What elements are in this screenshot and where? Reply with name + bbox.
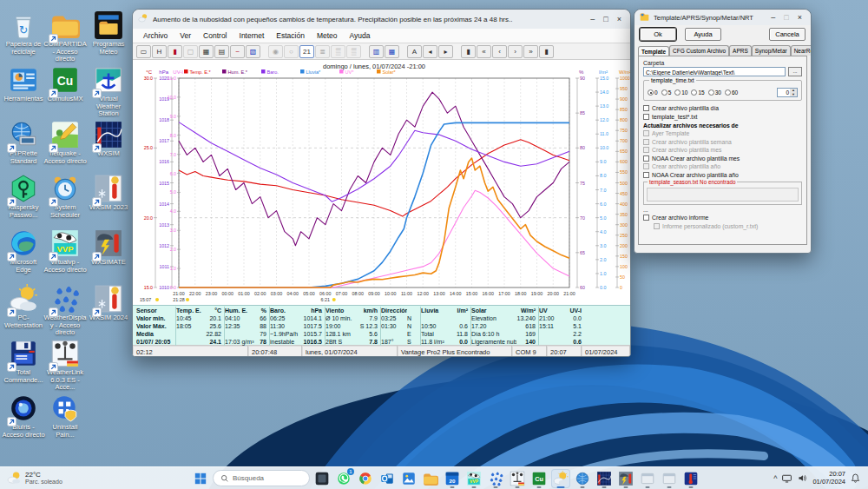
cancel-button[interactable]: Cancela bbox=[769, 28, 806, 41]
desktop-icon-virtual-weather-station[interactable]: Virtual Weather Station bbox=[87, 65, 130, 118]
close-icon[interactable]: × bbox=[798, 13, 802, 22]
taskbar-clock[interactable]: 20:07 01/07/2024 bbox=[812, 471, 845, 486]
tab-synop-metar[interactable]: Synop/Metar bbox=[752, 45, 791, 56]
desktop-icon-programas-meteo-folder[interactable]: Programas Meteo bbox=[87, 10, 130, 56]
menu-internet[interactable]: Internet bbox=[234, 30, 270, 42]
menu-estación[interactable]: Estación bbox=[271, 30, 310, 42]
print-button[interactable]: ▤ bbox=[214, 45, 229, 58]
go-end-button[interactable]: ▮ bbox=[539, 45, 554, 58]
checkbox-template-test-txt[interactable]: template_test*.txt bbox=[643, 114, 802, 120]
desktop-icon-netquake[interactable]: netquake - Acceso directo bbox=[43, 120, 87, 165]
desktop-icon-ftprette-standard[interactable]: FTPRette Standard bbox=[2, 120, 45, 165]
forward-button[interactable]: › bbox=[508, 45, 523, 58]
start-button[interactable] bbox=[191, 469, 210, 488]
taskbar-app-dark-app[interactable] bbox=[312, 469, 332, 488]
new-file-button[interactable]: ▢ bbox=[183, 45, 198, 58]
taskbar-app-ftp-globe[interactable] bbox=[573, 469, 592, 488]
calendar-chart-button[interactable]: ▦ bbox=[385, 45, 399, 58]
menu-ver[interactable]: Ver bbox=[174, 30, 196, 42]
menu-control[interactable]: Control bbox=[198, 30, 232, 42]
tab-aprs[interactable]: APRS bbox=[729, 45, 752, 56]
desktop-icon-weatherdisplay[interactable]: WeatherDisplay - Acceso directo bbox=[43, 284, 87, 337]
desktop-icon-wxsim-2023[interactable]: WXSIM 2023 bbox=[87, 174, 130, 212]
annotate-button[interactable]: A bbox=[407, 45, 422, 58]
notification-bell-icon[interactable] bbox=[850, 472, 861, 484]
taskbar-app-outlook[interactable] bbox=[378, 469, 397, 488]
month-view-button[interactable]: ▒ bbox=[346, 45, 361, 58]
search-box[interactable]: Búsqueda bbox=[213, 470, 310, 486]
range-24-48-button[interactable]: ≣ bbox=[315, 45, 330, 58]
checkbox-crear-archivo-plantilla-d-a[interactable]: Crear archivo plantilla día bbox=[643, 105, 802, 111]
desktop-icon-total-commander[interactable]: Total Commande... bbox=[2, 339, 45, 384]
forward-fast-button[interactable]: » bbox=[523, 45, 538, 58]
desktop-icon-pc-wetterstation[interactable]: PC-Wetterstation bbox=[2, 284, 45, 329]
taskbar-app-window-b[interactable] bbox=[660, 469, 679, 488]
taskbar-app-blue-thermometer[interactable] bbox=[681, 469, 700, 488]
taskbar-app-chrome[interactable] bbox=[356, 469, 375, 488]
rewind-fast-button[interactable]: « bbox=[477, 45, 491, 58]
folder-path-input[interactable]: C:\Eigene Datien\elv\Wantage\Text\ bbox=[643, 67, 786, 76]
minimize-icon[interactable]: – bbox=[771, 13, 775, 22]
desktop-icon-bluiris[interactable]: BluIris - Acceso directo bbox=[2, 393, 45, 439]
desktop-icon-cumulusmx[interactable]: CuCumulusMX bbox=[43, 65, 87, 103]
browse-button[interactable]: ... bbox=[788, 67, 802, 76]
home-button[interactable]: H bbox=[152, 45, 167, 58]
radio-time-30[interactable]: 30 bbox=[708, 89, 721, 96]
desktop-icon-weatherlink[interactable]: WeatherLink 6.0.3 ES - Acce... bbox=[43, 339, 87, 392]
checkbox-noaa-crear-archivo-plantilla-a-o[interactable]: NOAA Crear archivo plantilla año bbox=[643, 172, 802, 178]
day-view-button[interactable]: 21 bbox=[299, 45, 314, 58]
combo-chart-button[interactable]: ▧ bbox=[246, 45, 260, 58]
taskbar-app-wxsim[interactable] bbox=[595, 469, 614, 488]
tray-chevron-icon[interactable]: ^ bbox=[773, 474, 777, 483]
line-chart-button[interactable]: ~ bbox=[230, 45, 245, 58]
taskbar-app-cumulusmx[interactable]: Cu bbox=[529, 469, 549, 488]
desktop-icon-herramientas[interactable]: Herramientas bbox=[2, 65, 45, 103]
save-button[interactable]: ▮ bbox=[168, 45, 182, 58]
prev-day-button[interactable]: ◂ bbox=[423, 45, 437, 58]
desktop-icon-system-scheduler[interactable]: System Scheduler bbox=[43, 174, 87, 219]
radio-time-5[interactable]: 5 bbox=[661, 89, 672, 96]
next-day-button[interactable]: ▸ bbox=[438, 45, 453, 58]
taskbar-app-photos[interactable] bbox=[399, 469, 418, 488]
close-icon[interactable]: × bbox=[617, 15, 621, 23]
help-button[interactable]: Ayuda bbox=[685, 28, 721, 41]
taskbar-app-whatsapp[interactable]: 1 bbox=[334, 469, 353, 488]
taskbar-app-pc-wetterstation[interactable] bbox=[551, 469, 570, 488]
taskbar-app-file-explorer[interactable] bbox=[421, 469, 440, 488]
ok-button[interactable]: Ok bbox=[640, 28, 676, 41]
maximize-icon[interactable]: □ bbox=[603, 15, 608, 23]
taskbar-app-virtualvp[interactable]: VVP bbox=[464, 469, 483, 488]
taskbar-app-weatherlink[interactable] bbox=[508, 469, 527, 488]
radio-time-60[interactable]: 60 bbox=[725, 89, 738, 96]
desktop-icon-wxsim-2024[interactable]: WXSIM 2024 bbox=[87, 284, 130, 322]
desktop-icon-wxsim[interactable]: WXSIM bbox=[87, 120, 130, 158]
menu-ayuda[interactable]: Ayuda bbox=[345, 30, 376, 42]
go-start-button[interactable]: ▮ bbox=[461, 45, 476, 58]
taskbar-weather-widget[interactable]: 22°C Parc. soleado bbox=[0, 471, 191, 486]
circle-tool-button[interactable]: ○ bbox=[284, 45, 299, 58]
speaker-icon[interactable] bbox=[797, 472, 808, 484]
radio-time-10[interactable]: 10 bbox=[674, 89, 687, 96]
week-view-button[interactable]: ▒ bbox=[331, 45, 345, 58]
main-title-bar[interactable]: Aumento de la nubosidad con pequeños cam… bbox=[133, 10, 630, 29]
taskbar-app-weather-display[interactable] bbox=[486, 469, 505, 488]
desktop-icon-microsoft-edge[interactable]: Microsoft Edge bbox=[2, 228, 45, 274]
chart-config-button[interactable]: ▦ bbox=[199, 45, 214, 58]
desktop-icon-wxsimate[interactable]: WXSIMATE bbox=[87, 228, 130, 267]
minimize-icon[interactable]: – bbox=[590, 15, 595, 23]
bar-stats-button[interactable]: ▥ bbox=[369, 45, 384, 58]
desktop-icon-recycle-bin[interactable]: ↻Papelera de reciclaje bbox=[2, 10, 45, 56]
tab-cfg-custom-archivo[interactable]: CFG Custom Archivo bbox=[669, 45, 729, 56]
desktop-icon-uninstall-pain[interactable]: Uninstall Pain... bbox=[43, 393, 87, 439]
tab-nearrealtime[interactable]: NearRealTime bbox=[791, 45, 812, 56]
desktop-icon-virtualvp[interactable]: VVPvirtualvp - Acceso directo bbox=[43, 228, 87, 274]
display-icon[interactable] bbox=[781, 472, 792, 484]
checkbox-noaa-crear-archivo-plantilla-mes[interactable]: NOAA Crear archivo plantilla mes bbox=[643, 155, 802, 162]
menu-meteo[interactable]: Meteo bbox=[312, 30, 343, 42]
desktop-icon-compartida-folder[interactable]: COMPARTIDA - Acceso directo bbox=[43, 10, 87, 63]
radio-time-0[interactable]: 0 bbox=[648, 89, 658, 96]
snapshot-button[interactable]: ◉ bbox=[268, 45, 283, 58]
menu-archivo[interactable]: Archivo bbox=[138, 30, 173, 42]
dialog-title-bar[interactable]: Template/APRS/Synop/Metar/NRT – □ × bbox=[635, 10, 811, 25]
taskbar-app-scheduler-20[interactable]: 20 bbox=[443, 469, 462, 488]
